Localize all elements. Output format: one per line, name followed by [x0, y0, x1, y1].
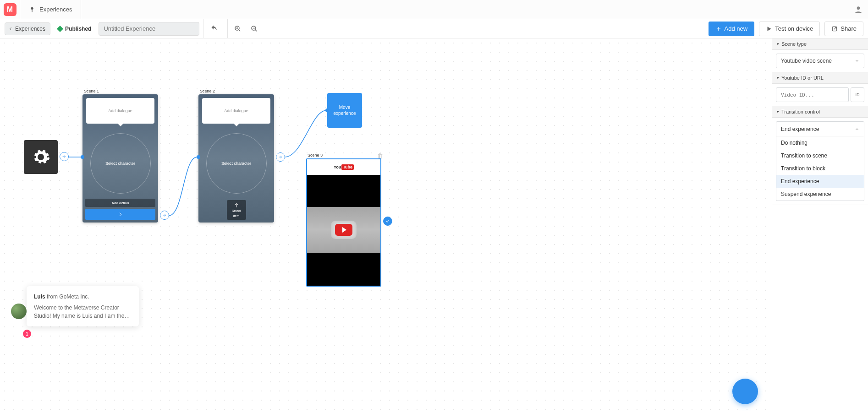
- action-text: Add action: [112, 201, 129, 205]
- undo-button[interactable]: [208, 23, 219, 34]
- chevron-left-icon: [8, 26, 13, 32]
- section-scene-type[interactable]: Scene type: [772, 38, 868, 50]
- chat-from: from GoMeta Inc.: [45, 293, 89, 300]
- experience-title-input[interactable]: [99, 22, 199, 36]
- tab-label: Experiences: [39, 6, 72, 13]
- scene-2-select-item[interactable]: Select Item: [227, 200, 246, 220]
- opt-end-experience[interactable]: End experience: [776, 175, 864, 188]
- opt-suspend-experience[interactable]: Suspend experience: [776, 188, 864, 201]
- zoom-in-button[interactable]: [232, 23, 243, 34]
- test-label: Test on device: [775, 25, 813, 32]
- svg-point-2: [857, 6, 860, 10]
- scene-1-output-port[interactable]: [160, 211, 169, 220]
- scene-2-label: Scene 2: [198, 89, 274, 93]
- app-bar: M Experiences: [0, 0, 868, 19]
- svg-point-0: [31, 7, 33, 9]
- chat-sender-line: Luis from GoMeta Inc.: [34, 293, 132, 301]
- scene-type-select[interactable]: Youtube video scene: [776, 54, 864, 68]
- svg-rect-1: [32, 10, 32, 12]
- dialogue-text: Add dialogue: [108, 109, 132, 113]
- item-text-1: Select: [232, 209, 241, 213]
- chat-sender: Luis: [34, 293, 45, 300]
- transition-select[interactable]: End experience Do nothing Transition to …: [776, 121, 864, 201]
- dialogue-text: Add dialogue: [224, 109, 248, 113]
- chat-avatar[interactable]: [11, 304, 27, 319]
- check-icon: [385, 219, 390, 223]
- video-bar-top: [307, 175, 380, 207]
- scene-2-input-dot: [197, 155, 200, 159]
- chevron-right-icon: [118, 212, 123, 217]
- scene-2-dialogue[interactable]: Add dialogue: [202, 98, 270, 124]
- account-icon[interactable]: [849, 5, 868, 14]
- play-icon: [335, 224, 352, 236]
- arrow-up-icon: [233, 202, 240, 208]
- opt-do-nothing[interactable]: Do nothing: [776, 136, 864, 149]
- video-thumbnail: [307, 207, 380, 253]
- add-new-button[interactable]: Add new: [709, 22, 755, 36]
- inspector-panel: Scene type Youtube video scene Youtube I…: [772, 38, 868, 418]
- arrow-right-icon: [162, 213, 167, 217]
- gear-output-port[interactable]: [60, 152, 69, 161]
- scene-2-output-port[interactable]: [276, 152, 285, 162]
- item-text-2: Item: [233, 214, 240, 218]
- gear-icon: [31, 147, 50, 167]
- section-transition[interactable]: Transition control: [772, 106, 868, 118]
- caret-down-icon: [855, 59, 859, 63]
- scene-1-input-dot: [81, 155, 84, 159]
- video-bar-bottom: [307, 253, 380, 287]
- move-experience-node[interactable]: Move experience: [327, 93, 362, 128]
- logo[interactable]: M: [0, 0, 20, 19]
- breadcrumb-label: Experiences: [15, 26, 45, 32]
- zoom-in-icon: [234, 25, 242, 33]
- share-button[interactable]: Share: [824, 22, 863, 36]
- status-label: Published: [65, 26, 91, 32]
- chat-body: Welcome to the Metaverse Creator Studio!…: [34, 304, 132, 320]
- canvas[interactable]: Scene 1 Add dialogue Select character Ad…: [0, 38, 772, 418]
- scene-2-character[interactable]: Select character: [206, 133, 267, 194]
- section-youtube-id[interactable]: Youtube ID or URL: [772, 72, 868, 84]
- character-text: Select character: [221, 161, 251, 166]
- arrow-right-icon: [278, 155, 283, 159]
- id-badge: ID: [851, 87, 864, 102]
- opt-transition-scene[interactable]: Transition to scene: [776, 149, 864, 162]
- move-l2: experience: [334, 110, 356, 116]
- move-l1: Move: [339, 104, 350, 110]
- scene-3-label: Scene 3: [306, 153, 381, 157]
- plus-icon: [715, 26, 722, 32]
- character-text: Select character: [105, 161, 135, 166]
- tree-icon: [28, 6, 36, 13]
- scene-1-character[interactable]: Select character: [90, 133, 151, 194]
- test-on-device-button[interactable]: Test on device: [759, 22, 820, 36]
- youtube-logo-icon: YouTube: [334, 165, 354, 169]
- play-icon: [766, 26, 772, 32]
- scene-2[interactable]: Scene 2 Add dialogue Select character Se…: [198, 89, 274, 223]
- scene-1[interactable]: Scene 1 Add dialogue Select character Ad…: [82, 89, 158, 223]
- toolbar: Experiences Published Add new Test on de…: [0, 19, 868, 38]
- zoom-out-button[interactable]: [249, 23, 260, 34]
- chat-popup[interactable]: Luis from GoMeta Inc. Welcome to the Met…: [27, 286, 139, 326]
- share-icon: [831, 26, 838, 32]
- scene-1-next[interactable]: [85, 209, 155, 220]
- chat-unread-badge: 1: [23, 330, 31, 338]
- chat-fab[interactable]: [732, 379, 758, 404]
- scene-1-dialogue[interactable]: Add dialogue: [86, 98, 154, 124]
- youtube-header: YouTube: [307, 159, 380, 175]
- publish-status: Published: [54, 26, 95, 32]
- breadcrumb-experiences[interactable]: Experiences: [5, 22, 50, 35]
- settings-node[interactable]: [24, 140, 58, 174]
- zoom-out-icon: [250, 25, 258, 33]
- video-id-input[interactable]: [776, 87, 849, 102]
- diamond-icon: [57, 25, 63, 32]
- opt-transition-block[interactable]: Transition to block: [776, 162, 864, 175]
- arrow-right-icon: [62, 154, 66, 159]
- scene-type-value: Youtube video scene: [781, 58, 832, 64]
- scene-3[interactable]: Scene 3 🗑 YouTube: [306, 153, 381, 287]
- scene-1-label: Scene 1: [82, 89, 158, 93]
- play-button[interactable]: [331, 221, 357, 239]
- transition-current: End experience: [781, 126, 819, 132]
- share-label: Share: [841, 25, 857, 32]
- scene-3-output-port[interactable]: [383, 217, 392, 226]
- tab-experiences[interactable]: Experiences: [20, 0, 81, 19]
- caret-up-icon: [855, 127, 859, 131]
- scene-1-add-action[interactable]: Add action: [85, 199, 155, 207]
